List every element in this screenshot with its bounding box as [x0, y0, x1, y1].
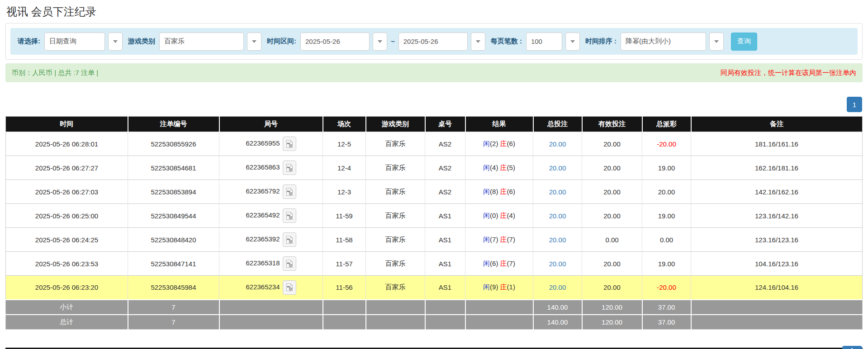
filter-bar: 请选择: 日期查询 游戏类别 百家乐 时间区间: 2025-05-26 ~ 20…	[10, 28, 858, 55]
sort-order-caret-button[interactable]	[709, 33, 724, 51]
subtotal-empty-cell	[219, 300, 323, 315]
cell-table-no: AS1	[425, 276, 465, 300]
subtotal-count: 7	[128, 300, 219, 315]
column-header: 游戏类别	[366, 117, 425, 132]
cell-round-no: 622365234	[219, 276, 323, 300]
cell-session: 12-4	[323, 156, 366, 180]
video-file-icon	[285, 212, 294, 220]
sort-order-dropdown[interactable]: 降幂(由大到小)	[621, 33, 706, 51]
cell-round-no: 622365392	[219, 228, 323, 252]
banker-result: 庄	[500, 188, 507, 195]
cell-time: 2025-05-26 06:27:03	[6, 180, 128, 204]
page-size-dropdown[interactable]: 100	[526, 33, 562, 51]
grand-total-empty-cell	[366, 315, 425, 330]
cell-remark: 124.16/104.16	[691, 276, 863, 300]
cell-table-no: AS1	[425, 204, 465, 228]
cell-game-type: 百家乐	[366, 132, 425, 156]
banker-result: 庄	[500, 164, 507, 171]
column-header: 有效投注	[582, 117, 642, 132]
video-replay-button[interactable]	[283, 160, 296, 175]
subtotal-row: 小计7140.00120.0037.00	[6, 300, 863, 315]
cell-round-no: 622365792	[219, 180, 323, 204]
page-1-button-bottom[interactable]: 1	[842, 346, 862, 349]
cell-payout: -20.00	[642, 276, 691, 300]
subtotal-total-bet: 140.00	[533, 300, 582, 315]
video-replay-button[interactable]	[283, 208, 296, 223]
cell-time: 2025-05-26 06:27:27	[6, 156, 128, 180]
column-header: 备注	[691, 117, 863, 132]
grand-total-empty-cell	[465, 315, 533, 330]
page-size-caret-button[interactable]	[565, 33, 580, 51]
cell-time: 2025-05-26 06:23:53	[6, 252, 128, 276]
cell-order-no: 522530853894	[128, 180, 219, 204]
cell-game-type: 百家乐	[366, 276, 425, 300]
game-type-label: 游戏类别	[128, 37, 155, 46]
round-no-text: 622365234	[246, 283, 280, 291]
currency-total-text: 币别：人民币 | 总共 :7 注单 |	[12, 69, 98, 77]
select-type-dropdown[interactable]: 日期查询	[44, 33, 105, 51]
table-header-row: 时间注单编号局号场次游戏类别桌号结果总投注有效投注总派彩备注	[6, 117, 863, 132]
table-row: 2025-05-26 06:27:27522530854681622365863…	[6, 156, 863, 180]
search-button[interactable]: 查询	[731, 33, 757, 51]
page-1-button[interactable]: 1	[847, 97, 862, 112]
date-from-caret-button[interactable]	[373, 33, 387, 51]
column-header: 总派彩	[642, 117, 691, 132]
round-no-text: 622365863	[246, 163, 280, 171]
grand-total-count: 7	[128, 315, 219, 330]
chevron-down-icon	[714, 40, 719, 43]
column-header: 局号	[219, 117, 323, 132]
total-bet-link[interactable]: 20.00	[549, 236, 566, 244]
cell-payout: 19.00	[642, 252, 691, 276]
total-bet-link[interactable]: 20.00	[549, 188, 566, 196]
cell-result: 闲(2) 庄(6)	[465, 132, 533, 156]
cell-payout: 19.00	[642, 204, 691, 228]
cell-order-no: 522530849544	[128, 204, 219, 228]
banker-result: 庄	[500, 212, 507, 219]
column-header: 场次	[323, 117, 366, 132]
video-replay-button[interactable]	[283, 232, 296, 247]
total-bet-link[interactable]: 20.00	[549, 283, 566, 291]
cell-session: 11-56	[323, 276, 366, 300]
cell-total-bet: 20.00	[533, 204, 582, 228]
round-no-text: 622365492	[246, 211, 280, 219]
game-type-caret-button[interactable]	[247, 33, 261, 51]
summary-bar: 币别：人民币 | 总共 :7 注单 | 同局有效投注，统一计算在该局第一张注单内	[5, 63, 863, 82]
date-from-input[interactable]: 2025-05-26	[300, 33, 370, 51]
cell-payout: 0.00	[642, 228, 691, 252]
chevron-down-icon	[570, 40, 575, 43]
video-replay-button[interactable]	[283, 184, 296, 199]
video-replay-button[interactable]	[283, 256, 296, 271]
chevron-down-icon	[378, 40, 382, 43]
cell-time: 2025-05-26 06:25:00	[6, 204, 128, 228]
cell-order-no: 522530855926	[128, 132, 219, 156]
total-bet-link[interactable]: 20.00	[549, 212, 566, 220]
cell-valid-bet: 20.00	[582, 156, 642, 180]
total-bet-link[interactable]: 20.00	[549, 140, 566, 148]
sort-order-label: 时间排序 :	[585, 37, 617, 46]
cell-game-type: 百家乐	[366, 252, 425, 276]
game-type-dropdown[interactable]: 百家乐	[159, 33, 244, 51]
grand-total-empty-cell	[323, 315, 366, 330]
banker-result: 庄	[500, 140, 507, 147]
cell-time: 2025-05-26 06:28:01	[6, 132, 128, 156]
cell-table-no: AS2	[425, 156, 465, 180]
cell-payout: 20.00	[642, 180, 691, 204]
round-no-text: 622365792	[246, 187, 280, 195]
select-type-caret-button[interactable]	[108, 33, 123, 51]
date-to-caret-button[interactable]	[471, 33, 485, 51]
cell-total-bet: 20.00	[533, 276, 582, 300]
total-bet-link[interactable]: 20.00	[549, 164, 566, 172]
grand-total-empty-cell	[425, 315, 465, 330]
grand-total-total-bet: 140.00	[533, 315, 582, 330]
total-bet-link[interactable]: 20.00	[549, 260, 566, 268]
cell-session: 12-5	[323, 132, 366, 156]
date-to-input[interactable]: 2025-05-26	[398, 33, 468, 51]
video-replay-button[interactable]	[283, 280, 296, 295]
column-header: 时间	[6, 117, 128, 132]
video-file-icon	[285, 140, 294, 148]
video-replay-button[interactable]	[283, 137, 296, 151]
chevron-down-icon	[113, 40, 118, 43]
cell-result: 闲(4) 庄(5)	[465, 156, 533, 180]
cell-table-no: AS1	[425, 228, 465, 252]
grand-total-row: 总计7140.00120.0037.00	[6, 315, 863, 330]
